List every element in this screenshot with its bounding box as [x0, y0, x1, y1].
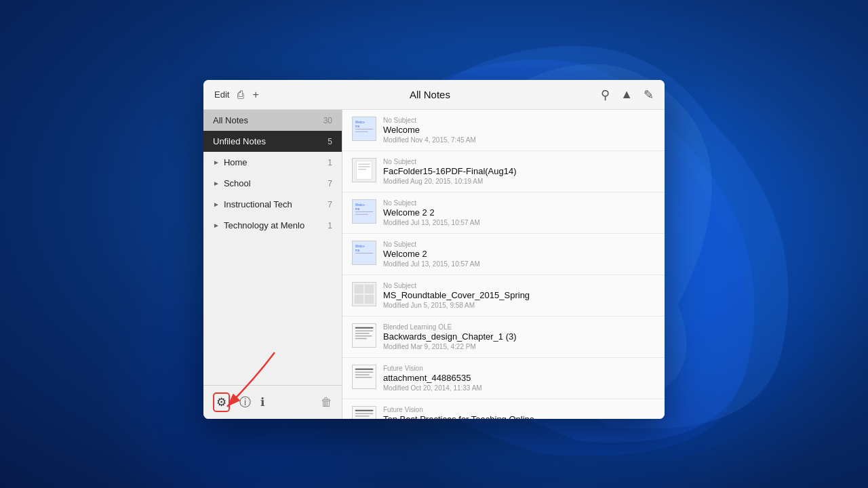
note-date: Modified Nov 4, 2015, 7:45 AM: [383, 136, 655, 144]
note-date: Modified Oct 20, 2014, 11:33 AM: [383, 384, 655, 392]
sidebar-footer: ⚙ ⓘ ℹ 🗑: [203, 385, 342, 419]
home-arrow-icon: ►: [213, 159, 220, 166]
title-bar-right: ⚲ ▲ ✎: [601, 87, 654, 102]
list-item[interactable]: Welco- me No Subject Welcome 2 Modified …: [342, 234, 665, 275]
svg-rect-21: [355, 285, 363, 293]
svg-rect-32: [355, 369, 373, 370]
svg-rect-24: [365, 295, 374, 304]
note-title: Ten Best Practices for Teaching Online: [383, 414, 655, 419]
svg-rect-30: [355, 338, 367, 339]
list-item[interactable]: Future Vision Ten Best Practices for Tea…: [342, 399, 665, 419]
note-info: Future Vision attachment_44886535 Modifi…: [383, 365, 655, 392]
sidebar-item-school[interactable]: ► School 7: [203, 173, 342, 194]
svg-rect-10: [359, 169, 366, 169]
window-title: All Notes: [410, 89, 450, 100]
list-item[interactable]: Welco- me No Subject Welcome 2 2 Modifie…: [342, 192, 665, 234]
info-icon[interactable]: ℹ: [260, 395, 264, 409]
instructional-tech-count: 7: [328, 200, 332, 209]
sidebar-item-all-notes[interactable]: All Notes 30: [203, 110, 342, 131]
compose-icon[interactable]: ✎: [644, 87, 654, 102]
svg-text:Welco-: Welco-: [355, 121, 366, 124]
svg-rect-4: [355, 129, 373, 129]
note-info: Future Vision Ten Best Practices for Tea…: [383, 406, 655, 419]
school-label-group: ► School: [213, 178, 251, 188]
home-label-group: ► Home: [213, 157, 248, 167]
sidebar-content: All Notes 30 Unfiled Notes 5 ► Home: [203, 110, 342, 385]
svg-rect-33: [355, 371, 373, 372]
note-date: Modified Mar 9, 2015, 4:22 PM: [383, 343, 655, 350]
svg-rect-34: [355, 374, 370, 375]
note-title: Welcome 2 2: [383, 207, 655, 218]
all-notes-label-group: All Notes: [213, 115, 248, 125]
add-note-icon[interactable]: +: [252, 89, 258, 101]
technology-menlo-label-group: ► Technology at Menlo: [213, 220, 304, 230]
app-body: All Notes 30 Unfiled Notes 5 ► Home: [203, 110, 665, 419]
note-subject: Future Vision: [383, 365, 655, 372]
note-thumbnail: Welco- me: [352, 117, 376, 141]
note-subject: No Subject: [383, 117, 655, 124]
list-item[interactable]: Welco- me No Subject Welcome Modified No…: [342, 110, 665, 151]
svg-rect-36: [353, 407, 376, 419]
note-title: Welcome: [383, 125, 655, 135]
instructional-tech-arrow-icon: ►: [213, 201, 220, 208]
note-thumbnail: [352, 365, 376, 389]
list-item[interactable]: Blended Learning OLE Backwards_design_Ch…: [342, 317, 665, 358]
list-item[interactable]: Future Vision attachment_44886535 Modifi…: [342, 358, 665, 399]
technology-menlo-arrow-icon: ►: [213, 222, 220, 229]
list-item[interactable]: No Subject MS_Roundtable_Cover_2015_Spri…: [342, 275, 665, 317]
unfiled-count: 5: [328, 137, 332, 146]
all-notes-label: All Notes: [213, 115, 248, 125]
svg-rect-22: [365, 285, 374, 293]
svg-rect-8: [359, 164, 370, 165]
sidebar-item-technology-menlo[interactable]: ► Technology at Menlo 1: [203, 215, 342, 236]
note-subject: No Subject: [383, 158, 655, 165]
unfiled-label: Unfiled Notes: [213, 136, 266, 146]
title-bar: Edit ⎙ + All Notes ⚲ ▲ ✎: [203, 80, 665, 110]
svg-rect-26: [355, 327, 373, 329]
trash-icon[interactable]: 🗑: [321, 396, 332, 409]
sidebar: All Notes 30 Unfiled Notes 5 ► Home: [203, 110, 342, 419]
svg-rect-14: [355, 211, 373, 212]
all-notes-count: 30: [323, 116, 332, 125]
help-icon[interactable]: ⓘ: [239, 394, 251, 410]
note-title: FacFolder15-16PDF-Final(Aug14): [383, 166, 655, 176]
svg-rect-28: [355, 333, 370, 333]
notes-app-window: Edit ⎙ + All Notes ⚲ ▲ ✎ All Notes 30: [203, 80, 665, 419]
sidebar-item-unfiled[interactable]: Unfiled Notes 5: [203, 131, 342, 152]
home-count: 1: [328, 158, 332, 167]
technology-menlo-count: 1: [328, 221, 332, 230]
list-item[interactable]: No Subject FacFolder15-16PDF-Final(Aug14…: [342, 151, 665, 192]
note-info: No Subject Welcome 2 Modified Jul 13, 20…: [383, 241, 655, 268]
sidebar-item-home[interactable]: ► Home 1: [203, 152, 342, 173]
note-thumbnail: [352, 406, 376, 419]
svg-text:me: me: [355, 249, 360, 252]
note-date: Modified Jul 13, 2015, 10:57 AM: [383, 219, 655, 226]
note-title: Welcome 2: [383, 249, 655, 259]
instructional-tech-label-group: ► Instructional Tech: [213, 199, 292, 209]
svg-rect-15: [355, 214, 368, 215]
note-subject: Blended Learning OLE: [383, 323, 655, 331]
note-info: No Subject Welcome 2 2 Modified Jul 13, …: [383, 199, 655, 226]
technology-menlo-label: Technology at Menlo: [224, 220, 304, 230]
svg-rect-39: [355, 415, 370, 416]
note-subject: No Subject: [383, 282, 655, 289]
edit-button[interactable]: Edit: [214, 89, 229, 100]
note-info: Blended Learning OLE Backwards_design_Ch…: [383, 323, 655, 350]
settings-icon[interactable]: ⚙: [213, 392, 230, 412]
svg-rect-35: [355, 377, 372, 378]
title-bar-left: Edit ⎙ +: [214, 89, 259, 101]
upload-icon[interactable]: ▲: [620, 87, 633, 102]
school-count: 7: [328, 179, 332, 188]
note-thumbnail: Welco- me: [352, 199, 376, 224]
note-thumbnail: [352, 323, 376, 348]
svg-rect-27: [355, 330, 373, 331]
svg-text:me: me: [355, 207, 360, 211]
share-icon[interactable]: ⎙: [237, 89, 244, 101]
note-date: Modified Jul 13, 2015, 10:57 AM: [383, 260, 655, 268]
note-subject: No Subject: [383, 199, 655, 207]
note-title: Backwards_design_Chapter_1 (3): [383, 331, 655, 342]
note-subject: No Subject: [383, 241, 655, 248]
sidebar-item-instructional-tech[interactable]: ► Instructional Tech 7: [203, 194, 342, 215]
svg-rect-9: [359, 166, 370, 167]
search-icon[interactable]: ⚲: [601, 87, 610, 102]
